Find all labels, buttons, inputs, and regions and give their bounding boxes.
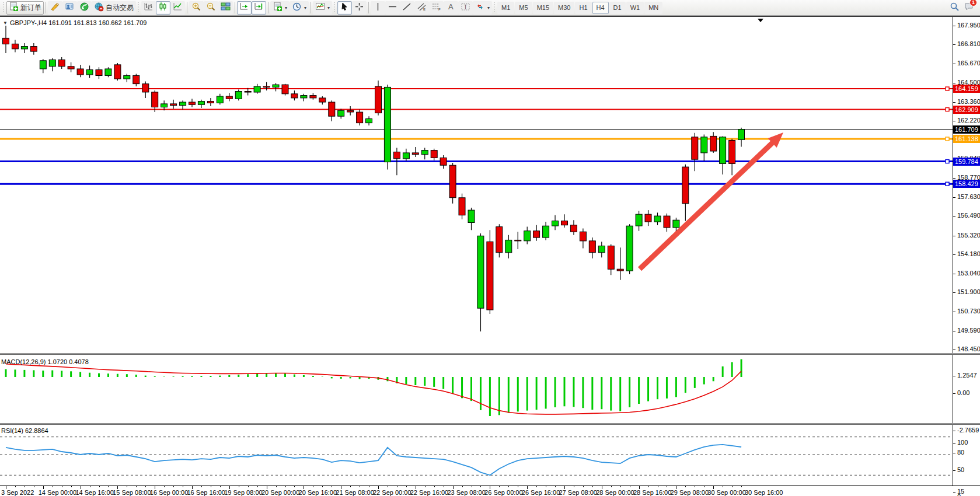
signals-icon bbox=[79, 2, 89, 13]
candle bbox=[608, 246, 614, 269]
line-chart-icon bbox=[173, 2, 183, 13]
text-button[interactable]: A bbox=[444, 1, 458, 15]
price-level-badge: 162.909 bbox=[953, 106, 980, 114]
time-axis-label: 27 Sep 08:00 bbox=[559, 489, 597, 496]
time-axis[interactable]: 3 Sep 202214 Sep 00:0014 Sep 16:0015 Sep… bbox=[0, 485, 980, 496]
time-axis-label: 28 Sep 16:00 bbox=[633, 489, 671, 496]
trend-arrow-object[interactable] bbox=[640, 138, 777, 269]
new-chart-button[interactable] bbox=[48, 1, 62, 15]
timeframe-h4-button[interactable]: H4 bbox=[592, 2, 609, 14]
line-chart-button[interactable] bbox=[170, 1, 185, 15]
templates-button[interactable]: ▾ bbox=[270, 1, 290, 15]
arrows-button[interactable]: ▾ bbox=[473, 1, 492, 15]
timeframe-m5-button[interactable]: M5 bbox=[515, 2, 532, 14]
candle bbox=[30, 47, 37, 52]
auto-scroll-button[interactable] bbox=[237, 1, 252, 15]
cursor-button[interactable] bbox=[337, 1, 352, 15]
candle bbox=[412, 153, 418, 155]
vertical-line-button[interactable] bbox=[371, 1, 385, 15]
time-axis-label: 15 Sep 08:00 bbox=[113, 489, 151, 496]
channel-button[interactable]: E bbox=[414, 1, 429, 15]
candle bbox=[533, 231, 540, 237]
text-label-button[interactable]: T bbox=[458, 1, 473, 15]
time-axis-label: 19 Sep 08:00 bbox=[224, 489, 262, 496]
price-level-badge: 159.784 bbox=[953, 158, 980, 166]
time-axis-label: 3 Sep 2022 bbox=[1, 489, 34, 496]
candle bbox=[245, 92, 251, 93]
candle bbox=[291, 94, 298, 98]
one-click-expand-icon[interactable]: ▼ bbox=[3, 20, 8, 26]
periods-clock-icon bbox=[292, 2, 302, 13]
candle bbox=[254, 86, 260, 92]
horizontal-line-button[interactable] bbox=[385, 1, 400, 15]
bar-chart-button[interactable] bbox=[141, 1, 156, 15]
candle bbox=[207, 102, 214, 103]
candle bbox=[580, 232, 586, 241]
new-order-button[interactable]: 新订单 bbox=[6, 1, 44, 15]
candle bbox=[692, 137, 698, 159]
tile-windows-icon bbox=[221, 2, 231, 13]
candle bbox=[543, 226, 549, 237]
candle bbox=[487, 242, 493, 310]
pane-separator[interactable] bbox=[0, 353, 980, 355]
candle bbox=[664, 216, 670, 228]
templates-icon bbox=[273, 2, 283, 13]
periods-button[interactable]: ▾ bbox=[290, 1, 309, 15]
candle bbox=[403, 153, 409, 159]
rsi-plot[interactable] bbox=[0, 426, 953, 485]
candle bbox=[505, 240, 512, 252]
chart-shift-marker[interactable] bbox=[758, 19, 763, 22]
timeframe-d1-button[interactable]: D1 bbox=[609, 2, 626, 14]
tile-windows-button[interactable] bbox=[218, 1, 233, 15]
timeframe-m30-button[interactable]: M30 bbox=[554, 2, 574, 14]
zoom-out-button[interactable] bbox=[204, 1, 218, 15]
timeframe-m1-button[interactable]: M1 bbox=[497, 2, 514, 14]
autotrading-button[interactable]: 自动交易 bbox=[92, 1, 136, 15]
candle bbox=[114, 65, 121, 79]
time-axis-label: 22 Sep 16:00 bbox=[410, 489, 448, 496]
axis-tick-label: 162.220 bbox=[957, 117, 980, 124]
candle bbox=[598, 246, 605, 252]
candle bbox=[515, 240, 521, 241]
svg-text:E: E bbox=[423, 8, 426, 11]
timeframe-m15-button[interactable]: M15 bbox=[533, 2, 553, 14]
indicators-icon bbox=[315, 2, 325, 13]
profiles-button[interactable] bbox=[62, 1, 77, 15]
timeframe-w1-button[interactable]: W1 bbox=[626, 2, 644, 14]
axis-tick-label: 151.900 bbox=[957, 288, 980, 295]
time-axis-label: 14 Sep 00:00 bbox=[39, 489, 76, 496]
timeframe-mn-button[interactable]: MN bbox=[644, 2, 662, 14]
time-axis-label: 26 Sep 00:00 bbox=[484, 489, 522, 496]
chart-window[interactable]: ▼ GBPJPY-,H4 161.091 161.813 160.662 161… bbox=[0, 16, 980, 496]
search-icon[interactable] bbox=[950, 2, 960, 14]
time-axis-label: 23 Sep 08:00 bbox=[447, 489, 485, 496]
candle bbox=[636, 214, 642, 226]
zoom-in-button[interactable] bbox=[189, 1, 204, 15]
time-axis-label: 26 Sep 16:00 bbox=[522, 489, 560, 496]
trendline-button[interactable] bbox=[400, 1, 414, 15]
fibonacci-button[interactable]: F bbox=[429, 1, 444, 15]
macd-label: MACD(12,26,9) 1.0720 0.4078 bbox=[1, 358, 89, 365]
candle bbox=[310, 96, 316, 98]
zoom-out-icon bbox=[206, 2, 216, 13]
axis-tick-label: 80 bbox=[957, 449, 964, 456]
svg-text:A: A bbox=[448, 2, 454, 11]
signals-button[interactable] bbox=[77, 1, 92, 15]
crosshair-button[interactable] bbox=[352, 1, 367, 15]
chart-shift-button[interactable] bbox=[252, 1, 266, 15]
time-axis-label: 16 Sep 16:00 bbox=[187, 489, 225, 496]
main-price-plot[interactable] bbox=[0, 17, 953, 353]
candle bbox=[626, 226, 633, 271]
candlestick-button[interactable] bbox=[156, 1, 170, 15]
timeframe-h1-button[interactable]: H1 bbox=[575, 2, 591, 14]
notifications-button[interactable]: 1 bbox=[964, 2, 974, 14]
indicators-button[interactable]: ▾ bbox=[313, 1, 332, 15]
macd-plot[interactable] bbox=[0, 356, 953, 423]
pane-separator[interactable] bbox=[0, 423, 980, 425]
cursor-icon bbox=[340, 2, 350, 13]
toolbar-drag-handle[interactable] bbox=[2, 2, 5, 13]
candle bbox=[273, 85, 279, 87]
bar-chart-icon bbox=[144, 2, 154, 13]
candle bbox=[375, 86, 382, 113]
candle bbox=[152, 92, 158, 107]
